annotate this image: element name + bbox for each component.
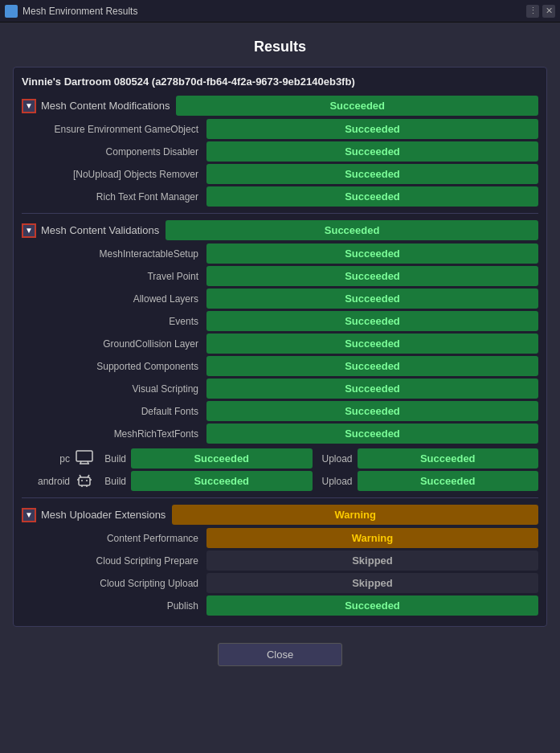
result-row-travel-point: Travel Point Succeeded	[22, 266, 538, 286]
pc-upload-status: Succeeded	[358, 448, 539, 469]
section-status-modifications: Succeeded	[176, 96, 538, 116]
more-button[interactable]: ⋮	[526, 5, 539, 18]
result-row-supported-components: Supported Components Succeeded	[22, 356, 538, 376]
result-row-allowed-layers: Allowed Layers Succeeded	[22, 289, 538, 309]
android-build-label: Build	[99, 476, 126, 487]
result-row-groundcollision: GroundCollision Layer Succeeded	[22, 334, 538, 354]
result-row-publish: Publish Succeeded	[22, 595, 538, 616]
android-icon	[75, 472, 94, 491]
result-row-components-disabler: Components Disabler Succeeded	[22, 141, 538, 162]
result-row-noupload: [NoUpload] Objects Remover Succeeded	[22, 164, 538, 184]
result-row-cloud-scripting-prepare: Cloud Scripting Prepare Skipped	[22, 550, 538, 571]
android-upload-status: Succeeded	[358, 471, 539, 491]
section-status-extensions: Warning	[172, 505, 538, 525]
title-bar-title: Mesh Environment Results	[22, 6, 137, 17]
result-row-rich-text: Rich Text Font Manager Succeeded	[22, 186, 538, 207]
platform-row-pc: pc Build Succeeded	[22, 448, 538, 469]
content-box: Vinnie's Dartroom 080524 (a278b70d-fb64-…	[13, 67, 547, 627]
svg-rect-4	[79, 477, 90, 485]
section-label-modifications: Mesh Content Modifications	[41, 100, 170, 112]
section-toggle-validations[interactable]: ▼	[22, 223, 36, 238]
result-row-events: Events Succeeded	[22, 311, 538, 331]
platform-label-pc: pc	[22, 453, 70, 464]
close-window-button[interactable]: ✕	[542, 5, 555, 18]
title-bar: Mesh Environment Results ⋮ ✕	[0, 0, 560, 23]
pc-build-status: Succeeded	[131, 448, 313, 469]
result-row-default-fonts: Default Fonts Succeeded	[22, 401, 538, 421]
result-row-cloud-scripting-upload: Cloud Scripting Upload Skipped	[22, 573, 538, 593]
section-toggle-extensions[interactable]: ▼	[22, 508, 36, 522]
title-bar-icon	[5, 5, 18, 18]
result-row-visual-scripting: Visual Scripting Succeeded	[22, 379, 538, 399]
platform-row-android: android	[22, 471, 538, 491]
results-title: Results	[13, 39, 547, 55]
section-mesh-uploader-extensions: ▼ Mesh Uploader Extensions Warning Conte…	[22, 505, 538, 616]
section-status-validations: Succeeded	[166, 220, 538, 240]
section-label-validations: Mesh Content Validations	[41, 224, 159, 236]
pc-icon	[75, 450, 94, 468]
close-button[interactable]: Close	[218, 643, 342, 666]
pc-upload-label: Upload	[317, 453, 353, 464]
android-build-status: Succeeded	[131, 471, 313, 491]
svg-point-8	[86, 480, 88, 481]
section-mesh-content-validations: ▼ Mesh Content Validations Succeeded Mes…	[22, 220, 538, 491]
android-upload-label: Upload	[317, 476, 353, 487]
svg-rect-0	[76, 451, 92, 461]
platform-label-android: android	[22, 476, 70, 487]
result-row-mesh-rich-text-fonts: MeshRichTextFonts Succeeded	[22, 424, 538, 444]
section-toggle-modifications[interactable]: ▼	[22, 99, 36, 113]
result-row-content-performance: Content Performance Warning	[22, 528, 538, 548]
result-row-mesh-interactable: MeshInteractableSetup Succeeded	[22, 243, 538, 264]
svg-point-7	[81, 480, 83, 481]
pc-build-label: Build	[99, 453, 126, 464]
environment-name: Vinnie's Dartroom 080524 (a278b70d-fb64-…	[22, 76, 538, 88]
result-row-ensure: Ensure Environment GameObject Succeeded	[22, 119, 538, 139]
section-mesh-content-modifications: ▼ Mesh Content Modifications Succeeded E…	[22, 96, 538, 207]
section-label-extensions: Mesh Uploader Extensions	[41, 509, 166, 521]
